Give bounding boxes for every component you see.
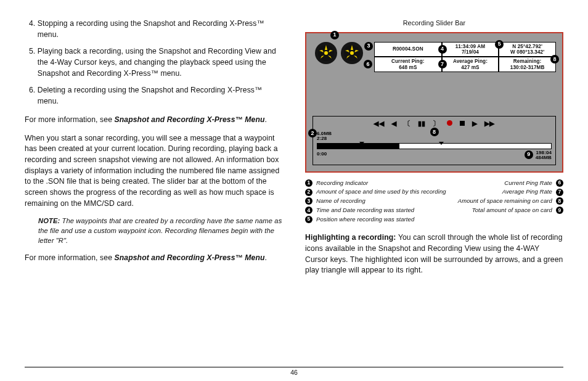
- pause-icon: ▮▮: [418, 119, 425, 129]
- left-column: Stopping a recording using the Snapshot …: [25, 18, 283, 363]
- callout-8: 8: [550, 55, 559, 63]
- figure-title: Recording Slider Bar: [305, 18, 563, 28]
- callout-2: 2: [308, 129, 317, 137]
- stop-icon: [460, 119, 465, 129]
- more-info-1: For more information, see Snapshot and R…: [25, 115, 283, 126]
- legend-item: 4Time and Date recording was started: [305, 206, 446, 215]
- callout-3: 3: [364, 42, 373, 51]
- page-footer: 46: [25, 367, 563, 376]
- sonar-figure: 1 3 R00004.SON: [305, 32, 563, 173]
- callout-9: 9: [525, 150, 533, 159]
- callout-4: 4: [438, 45, 447, 54]
- step-5: Playing back a recording, using the Snap…: [38, 46, 283, 79]
- more-info-2: For more information, see Snapshot and R…: [25, 253, 283, 264]
- elapsed-time: 0:00: [317, 150, 327, 161]
- legend-item: 5Position where recording was started: [305, 215, 446, 224]
- figure-legend: 1Recording Indicator 2Amount of space an…: [305, 179, 563, 224]
- legend-item: Total amount of space on card9: [455, 206, 563, 215]
- fast-rewind-icon: ◀◀: [374, 119, 383, 129]
- svg-point-3: [350, 51, 354, 55]
- fast-forward-icon: ▶▶: [484, 119, 494, 129]
- step-4: Stopping a recording using the Snapshot …: [38, 18, 283, 40]
- callout-6: 6: [364, 60, 372, 68]
- legend-item: 3Name of recording: [305, 197, 446, 206]
- legend-item: Average Ping Rate7: [455, 187, 563, 197]
- step-back-icon: 〔: [404, 119, 410, 129]
- callout-1: 1: [330, 31, 339, 39]
- tape-reel-icon: [315, 42, 337, 64]
- record-icon: [447, 119, 452, 129]
- svg-point-1: [324, 51, 328, 55]
- info-grid: R00004.SON 4 11:34:09 AM 7/19/04 5 N 25°…: [374, 42, 556, 73]
- tape-reel-icon: [341, 42, 363, 64]
- cell-remaining: 8 Remaining: 130:02-317MB: [499, 57, 556, 72]
- cell-average-ping: 7 Average Ping: 427 mS: [442, 57, 499, 72]
- cell-current-ping: 6 Current Ping: 648 mS: [374, 57, 442, 72]
- slider-panel: ◀◀ ◀ 〔 ▮▮ 〕 ▶ ▶▶ 2 8 6.0MB: [312, 116, 556, 165]
- cell-position: 5 N 25°42.792' W 080°13.342': [499, 42, 556, 57]
- callout-5: 5: [495, 40, 504, 49]
- recording-size-time: 6.0MB 2:28: [317, 131, 332, 142]
- highlighting-paragraph: Highlighting a recording: You can scroll…: [305, 232, 563, 276]
- legend-item: Amount of space remaining on card8: [455, 197, 563, 206]
- step-6: Deleting a recording using the Snapshot …: [38, 85, 283, 107]
- card-totals: 9 198:04 484MB: [536, 150, 552, 161]
- slider-bar: [317, 143, 552, 149]
- legend-item: 2Amount of space and time used by this r…: [305, 187, 446, 197]
- play-icon: ▶: [472, 119, 477, 129]
- legend-item: Current Ping Rate6: [455, 179, 563, 188]
- note: NOTE: The waypoints that are created by …: [38, 216, 283, 245]
- legend-item: 1Recording Indicator: [305, 179, 446, 188]
- page-number: 46: [290, 369, 298, 376]
- cell-datetime: 4 11:34:09 AM 7/19/04: [442, 42, 499, 57]
- right-column: Recording Slider Bar 1 3: [305, 18, 563, 363]
- recording-indicator: 1: [315, 42, 363, 64]
- body-paragraph: When you start a sonar recording, you wi…: [25, 133, 283, 210]
- cell-filename: R00004.SON: [374, 42, 442, 57]
- numbered-steps: Stopping a recording using the Snapshot …: [25, 18, 283, 107]
- rewind-icon: ◀: [391, 119, 396, 129]
